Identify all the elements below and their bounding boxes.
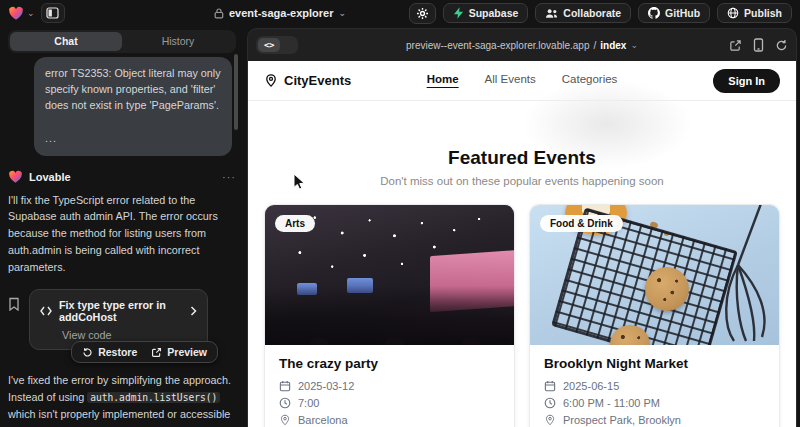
calendar-icon (279, 380, 291, 392)
paragraph2-text: which isn't properly implemented or acce… (8, 408, 230, 427)
preview-toolbar: <> preview--event-saga-explorer.lovable.… (248, 29, 796, 61)
app-window: { "topbar": { "project_name": "event-sag… (0, 0, 800, 427)
event-image-food: Food & Drink (530, 205, 779, 345)
lock-icon (214, 8, 224, 19)
restore-icon (82, 347, 93, 358)
top-bar: ⌄ event-saga-explorer ⌄ Supabase (0, 0, 800, 26)
chevron-down-icon: ⌄ (339, 9, 347, 18)
github-button[interactable]: GitHub (638, 3, 710, 23)
supabase-label: Supabase (469, 7, 519, 19)
assistant-header: Lovable ··· (8, 170, 236, 184)
message-menu-button[interactable]: ··· (222, 171, 236, 183)
event-date: 2025-03-12 (298, 380, 354, 392)
user-message-text: error TS2353: Object literal may only sp… (45, 65, 221, 114)
people-icon (545, 8, 558, 19)
code-icon (40, 306, 52, 316)
view-code-link[interactable]: View code (62, 329, 197, 341)
lovable-heart-icon (8, 170, 23, 184)
nav-home[interactable]: Home (427, 73, 459, 88)
bookmark-icon[interactable] (8, 289, 20, 350)
restore-button[interactable]: Restore (82, 346, 137, 358)
external-link-icon (151, 347, 162, 358)
tab-history[interactable]: History (122, 32, 234, 51)
code-view-toggle-group: <> (256, 36, 298, 54)
preview-button[interactable]: Preview (151, 346, 207, 358)
project-title[interactable]: event-saga-explorer ⌄ (214, 0, 346, 26)
mobile-view-button[interactable] (753, 38, 764, 52)
settings-button[interactable] (409, 3, 436, 24)
clock-icon (544, 397, 556, 409)
event-card-crazy-party[interactable]: Arts The crazy party 2025-03-12 7:00 (264, 204, 515, 427)
chat-tabs: Chat History (8, 30, 236, 53)
code-view-toggle[interactable]: <> (258, 38, 280, 52)
featured-events-title: Featured Events (248, 147, 796, 169)
chevron-down-icon: ⌄ (27, 9, 35, 18)
lovable-logo-menu[interactable]: ⌄ (8, 6, 35, 21)
site-brand[interactable]: CityEvents (264, 73, 351, 88)
panel-icon (46, 7, 59, 19)
location-pin-icon (279, 414, 291, 426)
event-location-row: Prospect Park, Brooklyn (544, 414, 765, 426)
user-message: error TS2353: Object literal may only sp… (34, 57, 232, 156)
sidebar-toggle-button[interactable] (41, 3, 65, 23)
project-name: event-saga-explorer (229, 7, 334, 19)
inline-code-listusers: auth.admin.listUsers() (87, 392, 220, 403)
chevron-right-icon (190, 306, 197, 316)
globe-icon (727, 7, 739, 19)
site-viewport: CityEvents Home All Events Categories Si… (248, 61, 796, 427)
sign-in-button[interactable]: Sign In (713, 69, 780, 93)
event-cards-grid: Arts The crazy party 2025-03-12 7:00 (264, 204, 780, 427)
brand-name: CityEvents (284, 73, 351, 88)
crowd-decoration (265, 286, 514, 345)
location-pin-icon (264, 73, 278, 88)
view-toggle-spacer (280, 38, 296, 52)
event-time: 6:00 PM - 11:00 PM (563, 397, 660, 409)
lovable-heart-icon (8, 6, 24, 21)
event-location: Barcelona (298, 414, 348, 426)
preview-page-name: index (600, 40, 626, 51)
tab-chat[interactable]: Chat (10, 32, 122, 51)
fix-card-title: Fix type type error in addCoHost (59, 299, 183, 323)
preview-label: Preview (167, 346, 207, 358)
assistant-name: Lovable (29, 171, 71, 183)
chevron-down-icon: ⌄ (630, 41, 638, 50)
calendar-icon (544, 380, 556, 392)
event-title: Brooklyn Night Market (544, 356, 765, 371)
gear-icon (416, 7, 429, 20)
featured-events-subtitle: Don't miss out on these popular events h… (248, 175, 796, 187)
collaborate-label: Collaborate (563, 7, 621, 19)
chat-scrollbar[interactable] (234, 54, 238, 130)
nav-all-events[interactable]: All Events (485, 73, 536, 88)
event-date-row: 2025-06-15 (544, 380, 765, 392)
publish-button[interactable]: Publish (717, 3, 792, 23)
preview-url-text: preview--event-saga-explorer.lovable.app (406, 40, 589, 51)
site-header: CityEvents Home All Events Categories Si… (248, 61, 796, 101)
event-time-row: 7:00 (279, 397, 500, 409)
category-badge: Food & Drink (540, 215, 623, 232)
event-card-brooklyn-market[interactable]: Food & Drink Brooklyn Night Market 2025-… (529, 204, 780, 427)
supabase-button[interactable]: Supabase (443, 3, 529, 23)
assistant-paragraph-2: I've fixed the error by simplifying the … (8, 372, 236, 427)
event-time: 7:00 (298, 397, 319, 409)
nav-categories[interactable]: Categories (562, 73, 618, 88)
event-date-row: 2025-03-12 (279, 380, 500, 392)
preview-url[interactable]: preview--event-saga-explorer.lovable.app… (406, 40, 638, 51)
restore-label: Restore (98, 346, 137, 358)
collaborate-button[interactable]: Collaborate (535, 3, 631, 23)
category-badge: Arts (275, 215, 315, 232)
event-location-row: Barcelona (279, 414, 500, 426)
cookie-decoration (645, 267, 689, 311)
event-date: 2025-06-15 (563, 380, 619, 392)
refresh-button[interactable] (775, 39, 788, 52)
preview-pane: <> preview--event-saga-explorer.lovable.… (247, 28, 797, 427)
event-location: Prospect Park, Brooklyn (563, 414, 681, 426)
open-in-new-tab-button[interactable] (729, 39, 742, 52)
site-nav: Home All Events Categories (427, 73, 618, 88)
location-pin-icon (544, 414, 556, 426)
event-time-row: 6:00 PM - 11:00 PM (544, 397, 765, 409)
message-action-bar: Restore Preview (71, 341, 218, 363)
supabase-icon (453, 7, 464, 19)
assistant-paragraph-1: I'll fix the TypeScript error related to… (8, 192, 236, 276)
github-icon (648, 7, 660, 19)
publish-label: Publish (744, 7, 782, 19)
